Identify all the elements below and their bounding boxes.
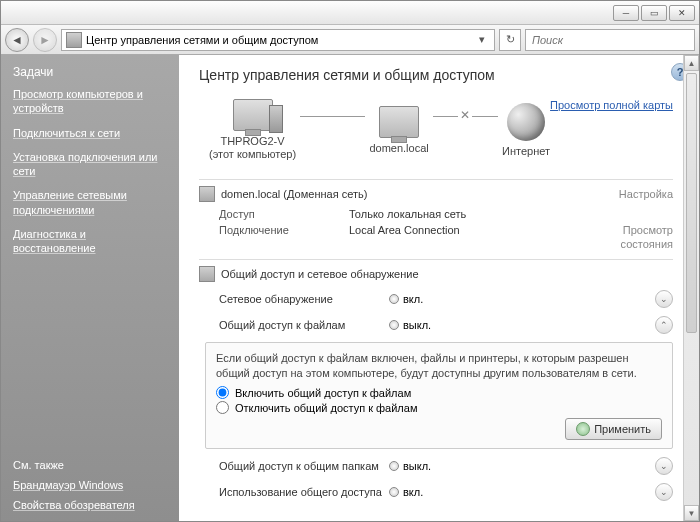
control-panel-icon xyxy=(66,32,82,48)
node1-name: THPROG2-V xyxy=(220,135,284,147)
printershare-status: вкл. xyxy=(403,486,423,498)
radio-enable-input[interactable] xyxy=(216,386,229,399)
network-map: THPROG2-V(этот компьютер) domen.local Ин… xyxy=(209,99,550,161)
status-dot-icon xyxy=(389,487,399,497)
refresh-button[interactable]: ↻ xyxy=(499,29,521,51)
fileshare-hint: Если общий доступ к файлам включен, файл… xyxy=(216,351,662,381)
sharing-heading: Общий доступ и сетевое обнаружение xyxy=(221,268,419,280)
search-input[interactable] xyxy=(532,34,688,46)
minimize-button[interactable]: ─ xyxy=(613,5,639,21)
status-dot-icon xyxy=(389,294,399,304)
scroll-down-button[interactable]: ▼ xyxy=(684,505,699,521)
expand-discovery-button[interactable]: ⌄ xyxy=(655,290,673,308)
sidebar-task-diagnose[interactable]: Диагностика и восстановление xyxy=(13,227,167,256)
collapse-fileshare-button[interactable]: ⌃ xyxy=(655,316,673,334)
scroll-up-button[interactable]: ▲ xyxy=(684,55,699,71)
row-file-sharing: Общий доступ к файлам выкл. ⌃ xyxy=(199,312,673,338)
sidebar-task-manage[interactable]: Управление сетевыми подключениями xyxy=(13,188,167,217)
publicshare-status: выкл. xyxy=(403,460,431,472)
sidebar-task-connect[interactable]: Подключиться к сети xyxy=(13,126,167,140)
sidebar-task-setup[interactable]: Установка подключения или сети xyxy=(13,150,167,179)
sidebar: Задачи Просмотр компьютеров и устройств … xyxy=(1,55,179,521)
address-path: Центр управления сетями и общим доступом xyxy=(86,34,318,46)
sidebar-task-devices[interactable]: Просмотр компьютеров и устройств xyxy=(13,87,167,116)
link-line-1 xyxy=(300,116,365,117)
sidebar-link-firewall[interactable]: Брандмауэр Windows xyxy=(13,479,167,491)
address-bar[interactable]: Центр управления сетями и общим доступом… xyxy=(61,29,495,51)
network-section-head: domen.local (Доменная сеть) Настройка xyxy=(199,186,673,202)
tower-icon xyxy=(269,105,283,133)
network-icon xyxy=(199,186,215,202)
view-state-link[interactable]: Просмотр состояния xyxy=(603,224,673,250)
status-dot-icon xyxy=(389,320,399,330)
navbar: ◄ ► Центр управления сетями и общим дост… xyxy=(1,25,699,55)
network-settings-link[interactable]: Настройка xyxy=(619,188,673,200)
sidebar-link-internet-options[interactable]: Свойства обозревателя xyxy=(13,499,167,511)
scrollbar[interactable]: ▲ ▼ xyxy=(683,55,699,521)
tasks-heading: Задачи xyxy=(13,65,167,79)
status-dot-icon xyxy=(389,461,399,471)
page-title: Центр управления сетями и общим доступом xyxy=(199,67,673,83)
publicshare-label: Общий доступ к общим папкам xyxy=(219,460,389,472)
discovery-label: Сетевое обнаружение xyxy=(219,293,389,305)
node3-name: Интернет xyxy=(502,145,550,158)
radio-enable-label: Включить общий доступ к файлам xyxy=(235,387,411,399)
access-label: Доступ xyxy=(219,208,349,220)
computer-icon xyxy=(379,106,419,138)
file-sharing-panel: Если общий доступ к файлам включен, файл… xyxy=(205,342,673,450)
view-full-map-link[interactable]: Просмотр полной карты xyxy=(550,99,673,111)
expand-publicshare-button[interactable]: ⌄ xyxy=(655,457,673,475)
apply-button[interactable]: Применить xyxy=(565,418,662,440)
row-public-sharing: Общий доступ к общим папкам выкл. ⌄ xyxy=(199,453,673,479)
printershare-label: Использование общего доступа xyxy=(219,486,389,498)
row-printer-sharing: Использование общего доступа вкл. ⌄ xyxy=(199,479,673,505)
connection-label: Подключение xyxy=(219,224,349,250)
address-dropdown-icon[interactable]: ▾ xyxy=(474,33,490,46)
computer-icon xyxy=(233,99,273,131)
link-line-2-broken xyxy=(433,116,498,117)
scroll-thumb[interactable] xyxy=(686,73,697,333)
globe-icon xyxy=(507,103,545,141)
node2-name: domen.local xyxy=(369,142,428,155)
back-button[interactable]: ◄ xyxy=(5,28,29,52)
radio-disable-input[interactable] xyxy=(216,401,229,414)
node1-sub: (этот компьютер) xyxy=(209,148,296,160)
discovery-status: вкл. xyxy=(403,293,423,305)
expand-printershare-button[interactable]: ⌄ xyxy=(655,483,673,501)
connection-value: Local Area Connection xyxy=(349,224,603,250)
search-box[interactable] xyxy=(525,29,695,51)
close-button[interactable]: ✕ xyxy=(669,5,695,21)
radio-disable-fileshare[interactable]: Отключить общий доступ к файлам xyxy=(216,401,662,414)
radio-enable-fileshare[interactable]: Включить общий доступ к файлам xyxy=(216,386,662,399)
sharing-icon xyxy=(199,266,215,282)
window: ─ ▭ ✕ ◄ ► Центр управления сетями и общи… xyxy=(0,0,700,522)
row-network-discovery: Сетевое обнаружение вкл. ⌄ xyxy=(199,286,673,312)
netmap-node-this-pc: THPROG2-V(этот компьютер) xyxy=(209,99,296,161)
maximize-button[interactable]: ▭ xyxy=(641,5,667,21)
access-value: Только локальная сеть xyxy=(349,208,673,220)
fileshare-label: Общий доступ к файлам xyxy=(219,319,389,331)
fileshare-status: выкл. xyxy=(403,319,431,331)
scroll-track[interactable] xyxy=(684,71,699,505)
forward-button[interactable]: ► xyxy=(33,28,57,52)
network-title: domen.local (Доменная сеть) xyxy=(221,188,367,200)
titlebar: ─ ▭ ✕ xyxy=(1,1,699,25)
content-area: ? Центр управления сетями и общим доступ… xyxy=(179,55,699,521)
netmap-node-internet: Интернет xyxy=(502,103,550,158)
radio-disable-label: Отключить общий доступ к файлам xyxy=(235,402,417,414)
sharing-section-head: Общий доступ и сетевое обнаружение xyxy=(199,266,673,282)
see-also-heading: См. также xyxy=(13,459,167,471)
netmap-node-domain: domen.local xyxy=(369,106,428,155)
shield-icon xyxy=(576,422,590,436)
apply-label: Применить xyxy=(594,423,651,435)
